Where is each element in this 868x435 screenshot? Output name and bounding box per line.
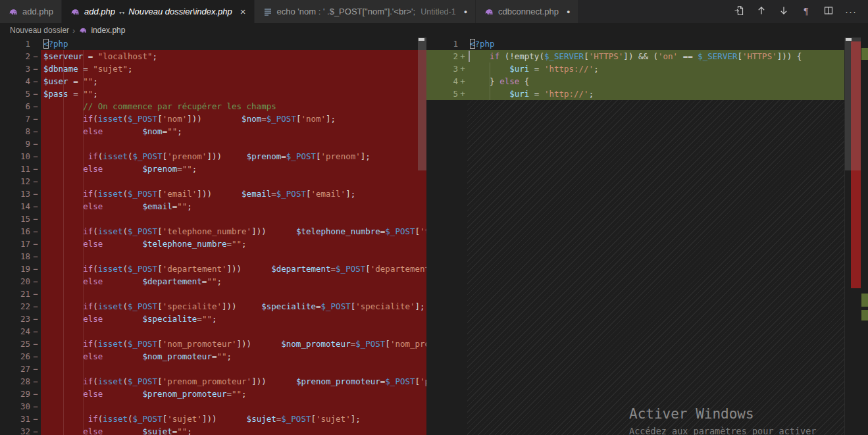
breadcrumb-file[interactable]: index.php [91, 26, 125, 35]
file-icon [263, 7, 273, 17]
line-number: 5 [0, 88, 30, 100]
line-number: 4 [0, 75, 30, 88]
code-line[interactable]: 8− else $nom=""; [0, 125, 426, 138]
code-line[interactable]: 24− [0, 325, 426, 338]
code-text: else $nom=""; [41, 125, 426, 138]
code-text: else $telephone_numbre=""; [41, 238, 426, 250]
diff-sign: + [458, 63, 467, 75]
modified-dot-icon[interactable]: ● [567, 9, 570, 15]
code-text: if(isset($_POST['sujet'])) $sujet=$_POST… [41, 413, 426, 425]
code-line[interactable]: 15− [0, 213, 426, 225]
editor-tab[interactable]: cdbconnect.php● [476, 0, 578, 23]
php-icon [8, 7, 18, 17]
open-file-button[interactable] [731, 4, 747, 20]
previous-change-button[interactable] [753, 4, 769, 20]
tab-strip: add.phpadd.php ↔ Nouveau dossier\index.p… [0, 0, 578, 23]
code-text: else $departement=""; [41, 275, 426, 288]
code-line[interactable]: 25− if(isset($_POST['nom_promoteur'])) $… [0, 338, 426, 350]
code-line[interactable]: 12− [0, 175, 426, 188]
diff-sign: − [30, 425, 41, 435]
code-text: <?php [41, 38, 426, 50]
code-line[interactable]: 3−$dbname = "sujet"; [0, 63, 426, 75]
left-scrollbar-slider[interactable] [418, 38, 426, 170]
code-line[interactable]: 13− if(isset($_POST['email'])) $email=$_… [0, 188, 426, 200]
code-line[interactable]: 27− [0, 363, 426, 375]
modified-dot-icon[interactable]: ● [464, 9, 467, 15]
code-line[interactable]: 6− // On commence par récupérer les cham… [0, 100, 426, 113]
line-number: 4 [426, 75, 458, 88]
editor-tab[interactable]: echo 'nom : ' .$_POST["nom"].'<br>';Unti… [255, 0, 476, 23]
diff-sign: − [30, 50, 41, 63]
code-line[interactable]: 11− else $prenom=""; [0, 163, 426, 175]
code-line[interactable]: 9− [0, 138, 426, 150]
code-line[interactable]: 20− else $departement=""; [0, 275, 426, 288]
code-text: else $nom_promoteur=""; [41, 350, 426, 363]
code-line[interactable]: 16− if(isset($_POST['telephone_numbre'])… [0, 225, 426, 238]
code-text: if(isset($_POST['departement'])) $depart… [41, 263, 426, 275]
code-line[interactable]: 31− if(isset($_POST['sujet'])) $sujet=$_… [0, 413, 426, 425]
diff-sign: − [30, 263, 41, 275]
overview-added-marker [861, 48, 868, 60]
code-line[interactable]: 1<?php [0, 38, 426, 50]
code-line[interactable]: 1<?php [426, 38, 844, 50]
code-line[interactable]: 7− if(isset($_POST['nom'])) $nom=$_POST[… [0, 113, 426, 125]
close-icon[interactable]: × [240, 7, 246, 16]
code-line[interactable]: 4−$user = ""; [0, 75, 426, 88]
code-line[interactable]: 19− if(isset($_POST['departement'])) $de… [0, 263, 426, 275]
diff-sign: − [30, 125, 41, 138]
code-text: $pass = ""; [41, 88, 426, 100]
code-text [41, 175, 426, 188]
line-number: 19 [0, 263, 30, 275]
code-line[interactable]: 23− else $specialite=""; [0, 313, 426, 325]
line-number: 7 [0, 113, 30, 125]
line-number: 27 [0, 363, 30, 375]
watermark-subtitle: Accédez aux paramètres pour activer Wind… [629, 425, 844, 435]
diff-sign: − [30, 63, 41, 75]
breadcrumb-separator-icon: › [72, 26, 75, 36]
code-line[interactable]: 30− [0, 400, 426, 413]
line-number: 22 [0, 300, 30, 313]
breadcrumb-folder[interactable]: Nouveau dossier [10, 26, 69, 35]
code-line[interactable]: 2−$serveur = "localhost"; [0, 50, 426, 63]
code-line[interactable]: 29− else $prenom_promoteur=""; [0, 388, 426, 400]
line-number: 32 [0, 425, 30, 435]
line-number: 5 [426, 88, 458, 100]
line-number: 6 [0, 100, 30, 113]
code-line[interactable]: 26− else $nom_promoteur=""; [0, 350, 426, 363]
editor-tab[interactable]: add.php ↔ Nouveau dossier\index.php× [62, 0, 254, 23]
code-line[interactable]: 22− if(isset($_POST['specialite'])) $spe… [0, 300, 426, 313]
code-text: } else { [467, 75, 844, 88]
code-text [41, 250, 426, 263]
line-number: 1 [0, 38, 30, 50]
diff-sign: − [30, 288, 41, 300]
code-line[interactable]: 5−$pass = ""; [0, 88, 426, 100]
line-number: 26 [0, 350, 30, 363]
toggle-whitespace-button[interactable]: ¶ [798, 4, 814, 20]
php-icon [70, 7, 80, 17]
editor-tab[interactable]: add.php [0, 0, 61, 23]
code-line[interactable]: 28− if(isset($_POST['prenom_promoteur'])… [0, 375, 426, 388]
code-line[interactable]: 21− [0, 288, 426, 300]
code-text: $dbname = "sujet"; [41, 63, 426, 75]
code-line[interactable]: 10− if(isset($_POST['prenom'])) $prenom=… [0, 150, 426, 163]
original-editor[interactable]: 1<?php2−$serveur = "localhost";3−$dbname… [0, 38, 426, 435]
code-line[interactable]: 18− [0, 250, 426, 263]
code-line[interactable]: 14− else $email=""; [0, 200, 426, 213]
split-editor-button[interactable] [821, 4, 836, 20]
right-scrollbar-slider[interactable] [845, 38, 861, 170]
code-line[interactable]: 17− else $telephone_numbre=""; [0, 238, 426, 250]
overview-cursor-marker [419, 38, 424, 41]
next-change-button[interactable] [776, 4, 792, 20]
line-number: 28 [0, 375, 30, 388]
modified-editor[interactable]: 1<?php2+ if (!empty($_SERVER['HTTPS']) &… [426, 38, 844, 435]
tab-label: cdbconnect.php [498, 7, 559, 16]
line-number: 14 [0, 200, 30, 213]
code-text: else $prenom_promoteur=""; [41, 388, 426, 400]
overview-ruler[interactable] [844, 38, 868, 435]
code-line[interactable]: 32− else $sujet=""; [0, 425, 426, 435]
line-number: 18 [0, 250, 30, 263]
diff-sign: − [30, 213, 41, 225]
more-actions-button[interactable]: ··· [843, 4, 859, 20]
line-number: 30 [0, 400, 30, 413]
code-line[interactable]: 2+ if (!empty($_SERVER['HTTPS']) && ('on… [426, 50, 844, 63]
